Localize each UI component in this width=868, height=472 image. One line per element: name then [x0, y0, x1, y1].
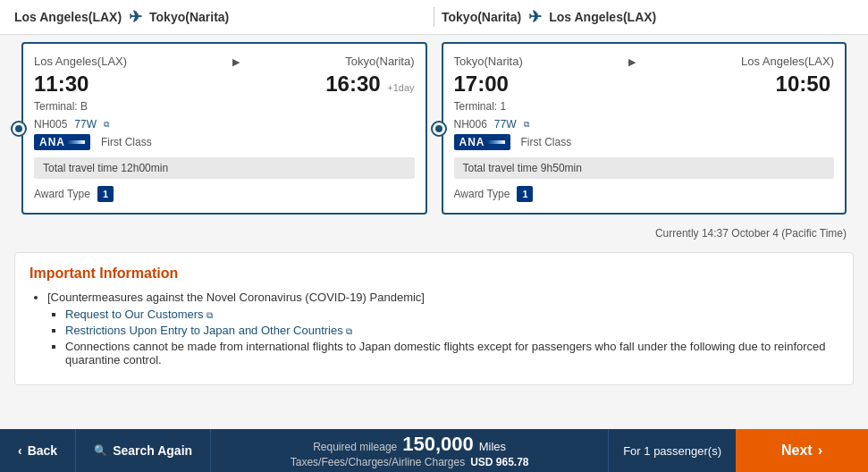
- outbound-external-icon: ⧉: [104, 120, 109, 130]
- return-route-header: Tokyo(Narita) ✈ Los Angeles(LAX): [442, 7, 854, 27]
- outbound-aircraft-link[interactable]: 77W: [74, 118, 97, 131]
- return-cabin-class: First Class: [521, 136, 572, 148]
- outbound-origin: Los Angeles(LAX): [14, 10, 122, 24]
- search-icon: 🔍: [94, 444, 107, 457]
- return-destination: Los Angeles(LAX): [549, 10, 656, 24]
- restrictions-label: Restrictions Upon Entry to Japan and Oth…: [65, 324, 343, 337]
- return-travel-time: Total travel time 9h50min: [454, 157, 835, 179]
- fees-label: Taxes/Fees/Charges/Airline Charges: [291, 456, 465, 468]
- timestamp: Currently 14:37 October 4 (Pacific Time): [0, 222, 868, 245]
- outbound-arrow-icon: ▶: [232, 55, 240, 68]
- outbound-time-row: 11:30 16:30 +1day: [34, 72, 415, 97]
- restrictions-link[interactable]: Restrictions Upon Entry to Japan and Oth…: [65, 324, 346, 337]
- search-again-button[interactable]: 🔍 Search Again: [76, 429, 211, 472]
- outbound-arrive-time: 16:30: [325, 72, 380, 96]
- passenger-info: For 1 passenger(s): [608, 429, 736, 472]
- return-flight-info: NH006 77W ⧉: [454, 118, 835, 131]
- plane-icon-outbound: ✈: [129, 7, 142, 27]
- passenger-label: For 1 passenger(s): [623, 444, 721, 458]
- request-customers-link[interactable]: Request to Our Customers: [65, 308, 206, 321]
- connections-text: Connections cannot be made from internat…: [65, 340, 826, 367]
- info-sublist: Request to Our Customers ⧉ Restrictions …: [47, 308, 839, 367]
- outbound-flight-info: NH005 77W ⧉: [34, 118, 415, 131]
- return-flight-number: NH006: [454, 118, 487, 131]
- outbound-cabin-class: First Class: [101, 136, 152, 148]
- fees-row: Taxes/Fees/Charges/Airline Charges USD 9…: [291, 456, 529, 468]
- route-divider: [434, 7, 434, 27]
- back-label: Back: [28, 443, 57, 458]
- ana-text-return: ANA: [459, 136, 485, 148]
- mileage-row: Required mileage 150,000 Miles: [313, 433, 506, 456]
- miles-label: Miles: [479, 440, 506, 453]
- outbound-route-header: Los Angeles(LAX) ✈ Tokyo(Narita): [14, 7, 426, 27]
- outbound-award-badge: 1: [97, 186, 114, 202]
- ana-stripe-return: [487, 140, 505, 144]
- next-label: Next: [781, 442, 813, 459]
- return-flight-card[interactable]: Tokyo(Narita) ▶ Los Angeles(LAX) 17:00 1…: [442, 42, 847, 215]
- return-airline-info: ANA First Class: [454, 134, 835, 150]
- ana-text-outbound: ANA: [39, 136, 65, 148]
- next-button[interactable]: Next ›: [736, 429, 868, 472]
- required-mileage-label: Required mileage: [313, 441, 397, 453]
- request-customers-label: Request to Our Customers: [65, 308, 204, 321]
- return-arr-city: Los Angeles(LAX): [741, 55, 834, 68]
- return-external-icon: ⧉: [524, 120, 529, 130]
- info-subitem-restrictions: Restrictions Upon Entry to Japan and Oth…: [65, 324, 839, 337]
- ana-stripe-outbound: [67, 140, 85, 144]
- outbound-travel-time: Total travel time 12h00min: [34, 157, 415, 179]
- restrictions-external-icon: ⧉: [346, 326, 352, 336]
- important-info-title: Important Information: [29, 266, 839, 282]
- info-subitem-request: Request to Our Customers ⧉: [65, 308, 839, 321]
- return-aircraft-link[interactable]: 77W: [494, 118, 517, 131]
- info-list: [Countermeasures against the Novel Coron…: [29, 291, 839, 367]
- outbound-airline-info: ANA First Class: [34, 134, 415, 150]
- return-award-label: Award Type: [454, 188, 510, 200]
- info-item-covid: [Countermeasures against the Novel Coron…: [47, 291, 839, 367]
- return-arrive-time: 10:50: [776, 72, 830, 96]
- return-arrow-icon: ▶: [628, 55, 636, 68]
- return-arrive-group: 10:50: [776, 72, 834, 97]
- back-chevron-icon: ‹: [18, 443, 22, 458]
- return-origin: Tokyo(Narita): [442, 10, 521, 24]
- mileage-value: 150,000: [402, 433, 474, 456]
- return-time-row: 17:00 10:50: [454, 72, 835, 97]
- return-award-badge: 1: [517, 186, 533, 202]
- info-item-covid-text: [Countermeasures against the Novel Coron…: [47, 291, 425, 304]
- return-terminal: Terminal: 1: [454, 100, 835, 113]
- search-again-label: Search Again: [113, 443, 192, 458]
- outbound-depart-time: 11:30: [34, 72, 88, 97]
- return-dep-city: Tokyo(Narita): [454, 55, 523, 68]
- outbound-dep-city: Los Angeles(LAX): [34, 55, 127, 68]
- request-external-icon: ⧉: [206, 310, 213, 320]
- outbound-flight-number: NH005: [34, 118, 67, 131]
- outbound-ana-logo: ANA: [34, 134, 90, 150]
- plane-icon-return: ✈: [528, 7, 542, 27]
- fees-value: USD 965.78: [470, 456, 528, 468]
- bottom-bar: ‹ Back 🔍 Search Again Required mileage 1…: [0, 429, 868, 472]
- info-subitem-connections: Connections cannot be made from internat…: [65, 340, 839, 367]
- return-radio[interactable]: [431, 121, 447, 137]
- outbound-next-day: +1day: [387, 82, 414, 93]
- return-depart-time: 17:00: [454, 72, 509, 97]
- return-ana-logo: ANA: [454, 134, 510, 150]
- outbound-terminal: Terminal: B: [34, 100, 415, 113]
- outbound-arrive-group: 16:30 +1day: [325, 72, 414, 97]
- mileage-info: Required mileage 150,000 Miles Taxes/Fee…: [211, 429, 608, 472]
- back-button[interactable]: ‹ Back: [0, 429, 76, 472]
- outbound-arr-city: Tokyo(Narita): [345, 55, 414, 68]
- outbound-radio[interactable]: [11, 121, 27, 137]
- outbound-flight-card[interactable]: Los Angeles(LAX) ▶ Tokyo(Narita) 11:30 1…: [21, 42, 427, 215]
- outbound-award-label: Award Type: [34, 188, 90, 200]
- outbound-award-type-row: Award Type 1: [34, 186, 415, 202]
- outbound-route-row: Los Angeles(LAX) ▶ Tokyo(Narita): [34, 55, 415, 68]
- return-route-row: Tokyo(Narita) ▶ Los Angeles(LAX): [454, 55, 835, 68]
- important-info-section: Important Information [Countermeasures a…: [14, 252, 854, 385]
- return-award-type-row: Award Type 1: [454, 186, 835, 202]
- outbound-destination: Tokyo(Narita): [149, 10, 229, 24]
- next-chevron-icon: ›: [818, 442, 822, 459]
